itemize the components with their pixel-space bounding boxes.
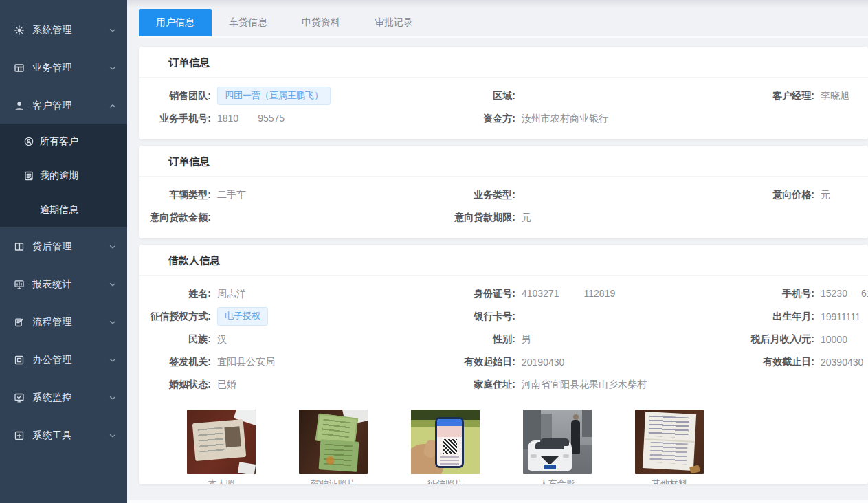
photo-caption: 人车合影 (523, 478, 592, 484)
sidebar-item-label: 贷后管理 (32, 241, 108, 253)
redaction-block (238, 114, 258, 124)
field-business-phone: 业务手机号: 181095575 (139, 107, 447, 130)
phone-qr-code-photo-thumbnail[interactable] (411, 410, 480, 474)
chevron-down-icon (108, 431, 118, 440)
field-empty (708, 206, 868, 229)
field-sales-team: 销售团队: 四团一营（直属王鹏飞） (139, 85, 447, 107)
sidebar-item-label: 系统工具 (32, 429, 108, 442)
chevron-down-icon (108, 280, 118, 289)
sidebar-item-customer-mgmt[interactable]: 客户管理 (0, 87, 127, 124)
field-funder: 资金方: 汝州市农村商业银行 (447, 107, 708, 130)
field-region: 区域: (447, 85, 708, 107)
sidebar-item-label: 报表统计 (32, 278, 108, 291)
sidebar-item-system-mgmt[interactable]: 系统管理 (0, 11, 127, 49)
main-content: 用户信息 车贷信息 申贷资料 审批记录 订单信息 销售团队: 四团一营（直属王鹏… (127, 0, 868, 503)
chevron-down-icon (108, 393, 118, 403)
toolbox-icon (14, 430, 25, 441)
sidebar-item-label: 办公管理 (32, 354, 108, 366)
photo-item: 征信照片 (411, 410, 480, 484)
id-card-photo-thumbnail[interactable] (187, 410, 256, 474)
sidebar-item-label: 流程管理 (32, 316, 108, 328)
field-business-type: 业务类型: (447, 183, 708, 206)
chevron-up-icon (108, 101, 118, 111)
sidebar-item-label: 系统管理 (32, 24, 108, 36)
columns-icon (14, 241, 25, 252)
sidebar: 系统管理 业务管理 客户管理 (0, 0, 127, 503)
credit-auth-tag: 电子授权 (217, 307, 268, 326)
sidebar-item-my-overdue[interactable]: 我的逾期 (0, 159, 127, 193)
photo-item: 人车合影 (523, 410, 592, 484)
card-title: 订单信息 (139, 146, 868, 177)
sidebar-item-label: 客户管理 (32, 100, 108, 112)
field-valid-from: 有效起始日: 20190430 (447, 350, 708, 373)
monitor-check-icon (14, 392, 25, 403)
tab-user-info[interactable]: 用户信息 (139, 9, 212, 36)
field-birth-date: 出生年月: 19911111 (708, 305, 868, 328)
sidebar-item-system-tools[interactable]: 系统工具 (0, 416, 127, 454)
order-info-2-fields: 车辆类型: 二手车 业务类型: 意向价格: 元 意向贷款金额: (139, 177, 868, 238)
chevron-down-icon (108, 63, 118, 73)
sidebar-item-office-mgmt[interactable]: 办公管理 (0, 341, 127, 379)
handwritten-document-photo-thumbnail[interactable] (635, 410, 704, 474)
sidebar-menu: 系统管理 业务管理 客户管理 (0, 0, 127, 454)
field-bank-card: 银行卡号: (447, 305, 708, 328)
photo-caption: 本人照 (187, 478, 256, 484)
sidebar-item-overdue-info[interactable]: 逾期信息 (0, 193, 127, 227)
card-title: 借款人信息 (139, 245, 868, 276)
user-icon (14, 100, 25, 111)
card-title: 订单信息 (139, 47, 868, 78)
field-empty (708, 373, 868, 396)
top-strip (127, 0, 868, 7)
detail-tabs: 用户信息 车贷信息 申贷资料 审批记录 (139, 9, 868, 36)
sidebar-item-system-monitor[interactable]: 系统监控 (0, 379, 127, 416)
order-info-1-fields: 销售团队: 四团一营（直属王鹏飞） 区域: 客户经理: 李晓旭 业务手机号: 1… (139, 78, 868, 139)
sales-team-tag: 四团一营（直属王鹏飞） (217, 87, 331, 105)
redaction-block (559, 289, 584, 300)
field-ethnicity: 民族: 汉 (139, 328, 447, 350)
square-icon (14, 355, 25, 366)
gear-icon (14, 25, 25, 36)
field-credit-auth-method: 征信授权方式: 电子授权 (139, 305, 447, 328)
sidebar-item-report-stats[interactable]: 报表统计 (0, 265, 127, 303)
field-marital-status: 婚姻状态: 已婚 (139, 373, 447, 396)
clipboard-edit-icon (14, 317, 25, 328)
photo-caption: 驾驶证照片 (299, 478, 368, 484)
sidebar-item-business-mgmt[interactable]: 业务管理 (0, 49, 127, 87)
field-intent-loan-amount: 意向贷款金额: (139, 206, 447, 229)
field-intent-price: 意向价格: 元 (708, 183, 868, 206)
photo-item: 本人照 (187, 410, 256, 484)
chevron-down-icon (108, 25, 118, 35)
photo-caption: 征信照片 (411, 478, 480, 484)
tab-loan-application-docs[interactable]: 申贷资料 (285, 9, 357, 36)
sidebar-item-label: 系统监控 (32, 392, 108, 404)
borrower-info-card: 借款人信息 姓名: 周志洋 身份证号: 4103271112819 手机号: 1… (139, 245, 868, 484)
borrower-photo-list: 本人照 驾驶证照片 征信照片 (187, 410, 868, 484)
field-name: 姓名: 周志洋 (139, 282, 447, 305)
chevron-down-icon (108, 317, 118, 327)
sidebar-item-process-mgmt[interactable]: 流程管理 (0, 303, 127, 341)
tab-car-loan-info[interactable]: 车贷信息 (212, 9, 285, 36)
app-window: 系统管理 业务管理 客户管理 (0, 0, 868, 503)
sidebar-item-postloan-mgmt[interactable]: 贷后管理 (0, 227, 127, 265)
field-monthly-income: 税后月收入/元: 10000 (708, 328, 868, 350)
chevron-down-icon (108, 242, 118, 252)
field-mobile-phone: 手机号: 152306137 (708, 282, 868, 305)
tabbar-underline (139, 36, 868, 38)
tab-approval-records[interactable]: 审批记录 (357, 9, 430, 36)
field-customer-manager: 客户经理: 李晓旭 (708, 85, 868, 107)
order-info-card-2: 订单信息 车辆类型: 二手车 业务类型: 意向价格: 元 (139, 146, 868, 238)
sidebar-item-all-customers[interactable]: 所有客户 (0, 124, 127, 159)
license-booklet-photo-thumbnail[interactable] (299, 410, 368, 474)
field-issuing-authority: 签发机关: 宜阳县公安局 (139, 350, 447, 373)
photo-item: 驾驶证照片 (299, 410, 368, 484)
field-id-number: 身份证号: 4103271112819 (447, 282, 708, 305)
submenu-item-label: 所有客户 (40, 135, 78, 148)
person-with-car-photo-thumbnail[interactable] (523, 410, 592, 474)
chevron-down-icon (108, 355, 118, 365)
submenu-item-label: 我的逾期 (40, 170, 78, 182)
redaction-block (847, 289, 861, 300)
horizontal-scrollbar-track[interactable] (127, 500, 868, 503)
photo-item: 其他材料 (635, 410, 704, 484)
field-empty (708, 107, 868, 130)
tab-panel-user-info: 订单信息 销售团队: 四团一营（直属王鹏飞） 区域: 客户经理: 李晓旭 (139, 38, 868, 503)
